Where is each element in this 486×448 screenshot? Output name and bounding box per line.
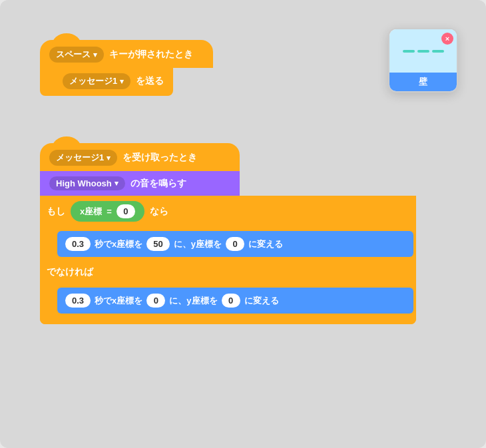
if-then-label: なら: [150, 206, 168, 218]
key-dropdown[interactable]: スペース: [49, 47, 104, 63]
condition-val[interactable]: 0: [117, 204, 135, 218]
glide1-label: 秒でx座標を: [95, 238, 142, 250]
glide2-x[interactable]: 0: [146, 294, 165, 308]
receive-label: を受け取ったとき: [122, 152, 197, 164]
glide-block-1: 0.3 秒でx座標を 50 に、y座標を 0 に変える: [57, 231, 413, 257]
else-row: でなければ: [40, 261, 416, 284]
glide2-to: に、y座標を: [169, 295, 217, 307]
condition-var: x座標: [80, 206, 102, 218]
condition-block: x座標 = 0: [71, 201, 144, 222]
else-label: でなければ: [47, 266, 93, 277]
key-event-label: キーが押されたとき: [109, 49, 193, 61]
sprite-lines: [403, 50, 444, 53]
glide1-end: に変える: [248, 238, 283, 250]
sprite-delete-button[interactable]: ×: [441, 33, 453, 45]
glide1-y[interactable]: 0: [226, 237, 244, 251]
receive-event-hat-block: メッセージ1 を受け取ったとき: [40, 143, 240, 171]
sprite-line-1: [403, 50, 415, 53]
sound-block: High Whoosh の音を鳴らす: [40, 171, 240, 196]
glide1-x[interactable]: 50: [146, 237, 169, 251]
glide-block-2: 0.3 秒でx座標を 0 に、y座標を 0 に変える: [57, 288, 413, 314]
sprite-card: × 壁: [388, 28, 458, 93]
glide2-sec[interactable]: 0.3: [65, 294, 91, 308]
key-event-hat-block: スペース キーが押されたとき: [40, 40, 213, 68]
blocks-area: × 壁 スペース キーが押されたとき: [13, 13, 473, 435]
glide2-end: に変える: [244, 295, 279, 307]
sound-label: の音を鳴らす: [130, 178, 186, 190]
condition-op: =: [107, 206, 112, 216]
group1-blocks: スペース キーが押されたとき メッセージ1 を送る: [40, 40, 213, 96]
sprite-line-3: [432, 50, 444, 53]
if-label: もし: [47, 206, 65, 218]
glide1-sec[interactable]: 0.3: [65, 237, 91, 251]
glide2-y[interactable]: 0: [222, 294, 240, 308]
group2-blocks: メッセージ1 を受け取ったとき High Whoosh の音を鳴らす もし x座…: [40, 143, 426, 324]
sprite-line-2: [417, 50, 429, 53]
send-message-block: メッセージ1 を送る: [40, 68, 173, 96]
scratch-canvas: × 壁 スペース キーが押されたとき: [0, 0, 486, 448]
sound-dropdown[interactable]: High Whoosh: [49, 176, 125, 190]
send-label: を送る: [136, 75, 164, 87]
glide1-to: に、y座標を: [174, 238, 222, 250]
receive-message-dropdown[interactable]: メッセージ1: [49, 150, 117, 166]
glide2-label: 秒でx座標を: [95, 295, 142, 307]
if-condition-row: もし x座標 = 0 なら: [40, 196, 416, 227]
if-else-block: もし x座標 = 0 なら 0.3 秒でx座標を: [40, 196, 416, 324]
send-message-dropdown[interactable]: メッセージ1: [63, 73, 130, 89]
sprite-label: 壁: [389, 73, 457, 91]
